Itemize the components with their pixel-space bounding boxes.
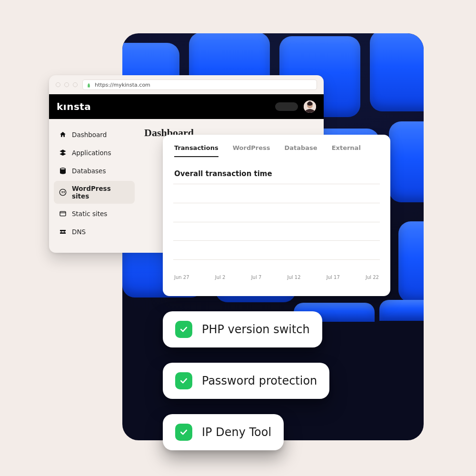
- home-icon: [59, 130, 67, 139]
- traffic-dot-zoom[interactable]: [73, 82, 78, 87]
- browser-icon: [59, 209, 67, 218]
- topbar-pill[interactable]: [275, 102, 298, 111]
- xaxis-tick: Jul 12: [288, 275, 301, 280]
- topbar-right: [275, 100, 316, 113]
- feature-chip-label: IP Deny Tool: [202, 426, 271, 439]
- xaxis-tick: Jul 22: [366, 275, 379, 280]
- sidebar-item-label: WordPress sites: [72, 185, 130, 200]
- stack-icon: [59, 149, 67, 157]
- sidebar-item-label: Dashboard: [72, 131, 107, 139]
- check-icon: [175, 424, 192, 441]
- sidebar: Dashboard Applications Databases: [49, 119, 139, 234]
- sidebar-item-label: Applications: [72, 149, 111, 157]
- xaxis-tick: Jul 17: [327, 275, 340, 280]
- sidebar-item-label: Static sites: [72, 210, 107, 218]
- sidebar-item-label: DNS: [72, 228, 86, 236]
- sidebar-item-wordpress[interactable]: WordPress sites: [54, 181, 135, 204]
- wordpress-icon: [59, 188, 67, 197]
- dns-icon: [59, 228, 67, 236]
- apm-card: Transactions WordPress Database External…: [163, 135, 390, 296]
- stage: https://mykinsta.com kınsta: [0, 0, 476, 476]
- feature-chip-label: Password protection: [202, 374, 317, 387]
- chart: Jun 27Jul 2Jul 7Jul 12Jul 17Jul 22: [173, 184, 380, 279]
- url-text: https://mykinsta.com: [95, 82, 150, 88]
- database-icon: [59, 167, 67, 175]
- chart-xaxis: Jun 27Jul 2Jul 7Jul 12Jul 17Jul 22: [173, 272, 380, 280]
- sidebar-item-dns[interactable]: DNS: [54, 224, 135, 240]
- tab-external[interactable]: External: [332, 144, 361, 157]
- sidebar-item-static[interactable]: Static sites: [54, 206, 135, 222]
- feature-chip-php: PHP version switch: [163, 311, 322, 347]
- sidebar-item-dashboard[interactable]: Dashboard: [54, 127, 135, 143]
- app-topbar: kınsta: [49, 94, 324, 119]
- feature-chip-ipdeny: IP Deny Tool: [163, 414, 284, 450]
- check-icon: [175, 372, 192, 389]
- xaxis-tick: Jul 2: [215, 275, 226, 280]
- url-bar[interactable]: https://mykinsta.com: [82, 79, 317, 90]
- lock-icon: [87, 82, 91, 88]
- avatar[interactable]: [304, 100, 316, 113]
- chart-bars: [173, 184, 380, 279]
- xaxis-tick: Jun 27: [174, 275, 189, 280]
- sidebar-item-label: Databases: [72, 167, 106, 175]
- browser-chrome: https://mykinsta.com: [49, 75, 324, 94]
- check-icon: [175, 321, 192, 338]
- traffic-dot-minimize[interactable]: [64, 82, 69, 87]
- svg-rect-3: [60, 211, 66, 216]
- tab-transactions[interactable]: Transactions: [174, 144, 218, 157]
- tab-database[interactable]: Database: [284, 144, 317, 157]
- traffic-lights: [56, 82, 78, 87]
- xaxis-tick: Jul 7: [251, 275, 262, 280]
- sidebar-item-applications[interactable]: Applications: [54, 145, 135, 161]
- chart-title: Overall transaction time: [174, 169, 379, 178]
- tab-wordpress[interactable]: WordPress: [233, 144, 270, 157]
- brand-text: kınsta: [57, 101, 91, 112]
- traffic-dot-close[interactable]: [56, 82, 60, 87]
- tabs: Transactions WordPress Database External: [173, 140, 380, 157]
- svg-point-2: [60, 189, 66, 195]
- feature-chip-password: Password protection: [163, 363, 329, 399]
- sidebar-item-databases[interactable]: Databases: [54, 163, 135, 179]
- feature-chip-label: PHP version switch: [202, 323, 310, 336]
